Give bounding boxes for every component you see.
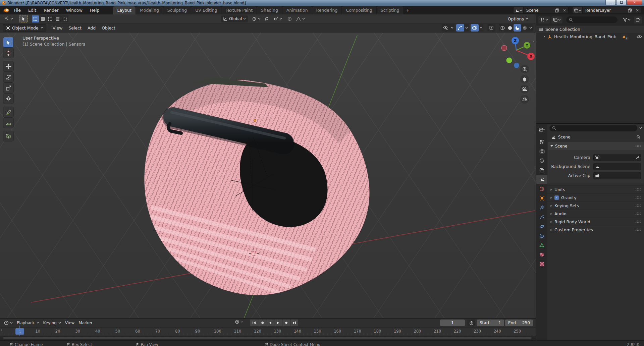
select-mode-new[interactable] [32, 15, 39, 22]
shading-wireframe[interactable] [499, 24, 506, 32]
panel-drag-dots[interactable] [635, 145, 641, 148]
workspace-tab[interactable]: Texture Paint [221, 6, 257, 14]
pin-icon[interactable] [636, 135, 641, 139]
select-mode-invert[interactable] [54, 15, 61, 22]
current-frame-field[interactable]: 1 [440, 320, 465, 326]
tab-output[interactable] [536, 156, 547, 165]
select-mode-extend[interactable] [39, 15, 46, 22]
collapsed-panel[interactable]: ✓ Custom Properties [547, 226, 644, 234]
camera-view-icon[interactable] [520, 85, 529, 94]
outliner-display-mode-button[interactable] [551, 16, 562, 23]
tab-constraints[interactable] [536, 231, 547, 240]
viewport-menu-item[interactable]: Add [85, 24, 99, 32]
options-dropdown[interactable]: Options [508, 16, 528, 21]
view-layer-selector[interactable]: RenderLayer ✕ [572, 7, 641, 14]
properties-editor-type-button[interactable] [536, 125, 547, 134]
menu-item[interactable]: File [10, 6, 24, 14]
navigation-gizmo[interactable]: Z Y X [500, 35, 535, 69]
panel-drag-dots[interactable] [635, 228, 641, 231]
panel-drag-dots[interactable] [635, 204, 641, 207]
properties-search-input[interactable] [549, 125, 637, 131]
proportional-falloff-button[interactable] [294, 16, 307, 22]
collapsed-panel[interactable]: ✓ Audio [547, 210, 644, 218]
proportional-editing-button[interactable] [285, 16, 294, 22]
workspace-tab[interactable]: Scripting [377, 6, 404, 14]
outliner-item-label[interactable]: Health_Monitoring_Band_Pink [554, 34, 616, 39]
end-frame-field[interactable]: End250 [505, 320, 533, 326]
add-workspace-button[interactable]: + [404, 6, 412, 14]
outliner-editor-type-button[interactable] [538, 16, 550, 23]
shading-solid[interactable] [506, 24, 514, 32]
maximize-button[interactable] [616, 0, 627, 5]
object-type-visibility[interactable] [442, 24, 454, 32]
3d-viewport[interactable]: User Perspective (1) Scene Collection | … [0, 33, 536, 318]
snap-pivot-button[interactable] [250, 16, 263, 22]
select-mode-intersect[interactable] [61, 15, 68, 22]
viewport-menu-item[interactable]: Select [65, 24, 85, 32]
prev-keyframe-button[interactable] [258, 320, 266, 326]
overlays-toggle[interactable] [471, 24, 483, 32]
panel-checkbox[interactable]: ✓ [554, 195, 559, 200]
menu-item[interactable]: Edit [24, 6, 40, 14]
object-mode-dropdown[interactable]: Object Mode [3, 24, 46, 32]
new-collection-button[interactable] [634, 16, 642, 23]
collapsed-panel[interactable]: ✓ Keying Sets [547, 201, 644, 210]
scene-icon[interactable] [514, 7, 524, 13]
gizmos-toggle[interactable] [456, 24, 469, 32]
panel-drag-dots[interactable] [635, 220, 641, 223]
jump-to-start-button[interactable] [250, 320, 258, 326]
active-clip-field[interactable] [593, 172, 641, 179]
tab-object-data[interactable] [536, 240, 547, 250]
watch-band-model[interactable] [144, 77, 369, 295]
tool-add-cube[interactable] [3, 131, 13, 141]
active-tool-select-box[interactable] [19, 15, 28, 22]
tab-texture[interactable] [536, 259, 547, 269]
zoom-icon[interactable] [520, 65, 529, 73]
timeline-ruler[interactable]: 1020304050607080901001101201301401501601… [0, 327, 536, 336]
view-layer-icon[interactable] [573, 7, 583, 13]
ruler-expand-icon[interactable]: › [1, 328, 3, 332]
workspace-tab[interactable]: Modeling [136, 6, 163, 14]
tab-modifiers[interactable] [536, 203, 547, 212]
editor-type-button[interactable] [2, 15, 15, 22]
panel-drag-dots[interactable] [635, 196, 641, 199]
tab-particles[interactable] [536, 212, 547, 222]
tool-measure[interactable] [3, 118, 13, 128]
visibility-eye-icon[interactable] [637, 35, 642, 39]
tool-rotate[interactable] [3, 72, 13, 82]
object-origin-dot[interactable] [254, 119, 256, 122]
unlink-scene-icon[interactable]: ✕ [561, 8, 568, 13]
snap-with-button[interactable] [271, 16, 284, 22]
properties-filter-dropdown[interactable] [639, 127, 642, 129]
workspace-tab[interactable]: Compositing [342, 6, 376, 14]
timeline-menu-item[interactable]: View [63, 320, 76, 326]
next-keyframe-button[interactable] [282, 320, 290, 326]
view-layer-name[interactable]: RenderLayer [583, 8, 626, 13]
tool-scale[interactable] [3, 83, 13, 93]
menu-item[interactable]: Render [40, 6, 62, 14]
select-mode-subtract[interactable] [47, 15, 54, 22]
minimize-button[interactable] [605, 0, 616, 5]
tab-view-layer[interactable] [536, 165, 547, 175]
transform-orientation-dropdown[interactable]: Global [221, 15, 248, 22]
outliner-row-scene-collection[interactable]: Scene Collection [536, 25, 644, 33]
tab-physics[interactable] [536, 222, 547, 231]
workspace-tab[interactable]: Rendering [312, 6, 342, 14]
play-button[interactable] [274, 320, 282, 326]
close-button[interactable]: ✕ [627, 0, 642, 5]
tool-cursor[interactable] [3, 48, 13, 58]
collapsed-panel[interactable]: ✓ Rigid Body World [547, 218, 644, 226]
timeline-menu-item[interactable]: Playback [15, 320, 41, 326]
tab-object[interactable] [536, 193, 547, 203]
window-titlebar[interactable]: Blender* [E:\RABOTA\CONVERT\Health_Monit… [0, 0, 644, 6]
play-reverse-button[interactable] [266, 320, 274, 326]
workspace-tab[interactable]: Shading [257, 6, 282, 14]
sidebar-collapse-icon[interactable]: ‹ [533, 39, 535, 44]
gizmo-neg-z[interactable] [514, 63, 519, 68]
tab-scene[interactable] [536, 175, 547, 184]
panel-drag-dots[interactable] [635, 212, 641, 215]
background-scene-field[interactable] [593, 163, 641, 170]
tool-transform[interactable] [3, 94, 13, 104]
expand-icon[interactable] [544, 36, 545, 38]
gizmo-neg-y[interactable] [506, 58, 512, 63]
